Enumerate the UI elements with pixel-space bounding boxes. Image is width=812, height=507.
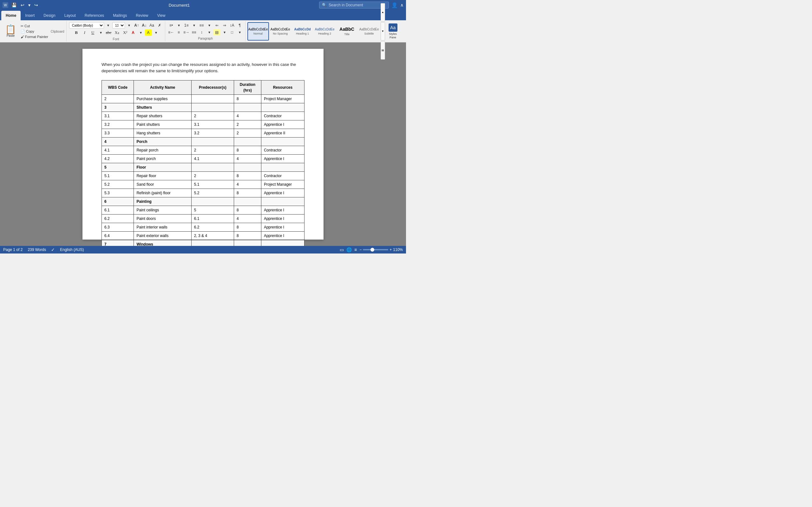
- increase-indent-button[interactable]: ⇒: [221, 22, 228, 29]
- multilevel-dropdown[interactable]: ▾: [206, 22, 213, 29]
- tab-references[interactable]: References: [80, 11, 108, 20]
- cell-activity: Repair floor: [134, 172, 191, 180]
- spell-check-icon[interactable]: ✓: [51, 247, 55, 252]
- save-icon[interactable]: 💾: [10, 2, 18, 8]
- cut-button[interactable]: ✂ Cut: [19, 24, 49, 29]
- style-normal[interactable]: AaBbCcDdEe Normal: [247, 22, 269, 41]
- font-size-dropdown[interactable]: ▾: [125, 22, 133, 29]
- font-family-row: Calibri (Body) ▾ 11 ▾ A↑ A↓ Aa ✗: [69, 22, 163, 29]
- justify-button[interactable]: ≡≡: [191, 29, 198, 36]
- table-row: 3.2Paint shutters3.12Apprentice I: [102, 120, 305, 129]
- cell-wbs: 3.3: [102, 129, 134, 137]
- zoom-out-icon[interactable]: −: [359, 247, 362, 252]
- tab-design[interactable]: Design: [39, 11, 60, 20]
- tab-mailings[interactable]: Mailings: [108, 11, 131, 20]
- styles-pane-button[interactable]: Aa StylesPane: [385, 22, 401, 41]
- tab-view[interactable]: View: [153, 11, 170, 20]
- numbering-button[interactable]: 1≡: [183, 22, 190, 29]
- web-layout-icon[interactable]: 🌐: [346, 247, 352, 252]
- styles-scroll-up[interactable]: ▲: [380, 3, 385, 21]
- paste-button[interactable]: 📋 Paste: [3, 24, 18, 38]
- cell-resources: Project Manager: [261, 180, 304, 189]
- align-right-button[interactable]: ≡→: [183, 29, 190, 36]
- style-no-spacing[interactable]: AaBbCcDdEe No Spacing: [270, 22, 291, 41]
- align-center-button[interactable]: ≡: [175, 29, 183, 36]
- underline-button[interactable]: U: [89, 29, 97, 36]
- table-row: 4.2Paint porch4.14Apprentice I: [102, 155, 305, 163]
- cell-activity: Windows: [134, 240, 191, 246]
- outline-icon[interactable]: ≡: [354, 247, 357, 252]
- tab-review[interactable]: Review: [131, 11, 153, 20]
- cell-predecessor: [191, 240, 234, 246]
- bullets-dropdown[interactable]: ▾: [175, 22, 183, 29]
- font-size-select[interactable]: 11: [112, 22, 125, 29]
- clear-format-button[interactable]: ✗: [156, 22, 163, 29]
- show-formatting-button[interactable]: ¶: [236, 22, 243, 29]
- format-painter-button[interactable]: 🖌 Format Painter: [19, 35, 49, 39]
- cell-duration: 4: [234, 112, 261, 120]
- style-subtitle[interactable]: AaBbCcDdEe Subtitle: [358, 22, 380, 41]
- cell-activity: Paint doors: [134, 215, 191, 223]
- undo-dropdown[interactable]: ▾: [27, 2, 32, 8]
- styles-pane-label: StylesPane: [389, 32, 397, 39]
- cell-wbs: 6.4: [102, 232, 134, 240]
- style-heading2[interactable]: AaBbCcDdEe Heading 2: [314, 22, 336, 41]
- tab-layout[interactable]: Layout: [60, 11, 80, 20]
- zoom-in-icon[interactable]: +: [390, 247, 392, 252]
- styles-more[interactable]: ▤: [380, 41, 385, 60]
- align-left-button[interactable]: ≡←: [168, 29, 175, 36]
- cell-activity: Painting: [134, 198, 191, 206]
- zoom-slider[interactable]: [363, 249, 388, 250]
- account-icon[interactable]: 👤: [392, 2, 398, 8]
- font-family-select[interactable]: Calibri (Body): [69, 22, 104, 29]
- style-normal-label: Normal: [253, 32, 263, 35]
- line-spacing-dropdown[interactable]: ▾: [206, 29, 213, 36]
- style-no-spacing-preview: AaBbCcDdEe: [270, 27, 290, 32]
- multilevel-button[interactable]: ≡≡: [198, 22, 205, 29]
- print-layout-icon[interactable]: ▭: [340, 247, 344, 252]
- bullets-button[interactable]: ≡•: [168, 22, 175, 29]
- borders-dropdown[interactable]: ▾: [236, 29, 243, 36]
- cell-predecessor: 2: [191, 172, 234, 180]
- cell-activity: Paint porch: [134, 155, 191, 163]
- style-heading1[interactable]: AaBbCcDd Heading 1: [292, 22, 313, 41]
- undo-icon[interactable]: ↩: [19, 2, 26, 8]
- table-row: 5.3Refinish (paint) floor5.28Apprentice …: [102, 189, 305, 198]
- copy-button[interactable]: 📄 Copy: [19, 29, 49, 34]
- numbering-dropdown[interactable]: ▾: [191, 22, 198, 29]
- cell-wbs: 4.1: [102, 146, 134, 155]
- increase-font-button[interactable]: A↑: [133, 22, 140, 29]
- bold-button[interactable]: B: [72, 29, 80, 36]
- superscript-button[interactable]: X²: [121, 29, 129, 36]
- document-title: Document1: [169, 3, 190, 8]
- cell-predecessor: [191, 163, 234, 172]
- italic-button[interactable]: I: [81, 29, 89, 36]
- borders-button[interactable]: □: [229, 29, 236, 36]
- change-case-button[interactable]: Aa: [148, 22, 155, 29]
- tab-home[interactable]: Home: [1, 11, 20, 20]
- decrease-indent-button[interactable]: ⇐: [213, 22, 220, 29]
- tab-insert[interactable]: Insert: [20, 11, 39, 20]
- cell-duration: [234, 240, 261, 246]
- style-title[interactable]: AaBbC Title: [336, 22, 358, 41]
- table-row: 3.1Repair shutters24Contractor: [102, 112, 305, 120]
- font-color-button[interactable]: A: [130, 30, 137, 36]
- document-page[interactable]: When you crash the project you can chang…: [83, 49, 323, 239]
- zoom-level: 110%: [393, 247, 403, 252]
- sort-button[interactable]: ↕A: [229, 22, 236, 29]
- font-family-dropdown[interactable]: ▾: [105, 22, 112, 29]
- subscript-button[interactable]: X₂: [113, 29, 121, 36]
- underline-dropdown[interactable]: ▾: [97, 30, 104, 36]
- decrease-font-button[interactable]: A↓: [141, 22, 148, 29]
- highlight-dropdown[interactable]: ▾: [153, 30, 159, 36]
- font-color-dropdown[interactable]: ▾: [137, 30, 144, 36]
- styles-scroll-down[interactable]: ▼: [380, 22, 385, 41]
- strikethrough-button[interactable]: abc: [105, 29, 113, 36]
- clipboard-options: ✂ Cut 📄 Copy 🖌 Format Painter: [19, 24, 49, 39]
- redo-icon[interactable]: ↪: [33, 2, 39, 8]
- line-spacing-button[interactable]: ↕: [198, 29, 205, 36]
- collapse-ribbon-button[interactable]: ∧: [400, 3, 403, 8]
- shading-button[interactable]: ▤: [213, 29, 220, 36]
- shading-dropdown[interactable]: ▾: [221, 29, 228, 36]
- highlight-button[interactable]: A: [145, 30, 152, 36]
